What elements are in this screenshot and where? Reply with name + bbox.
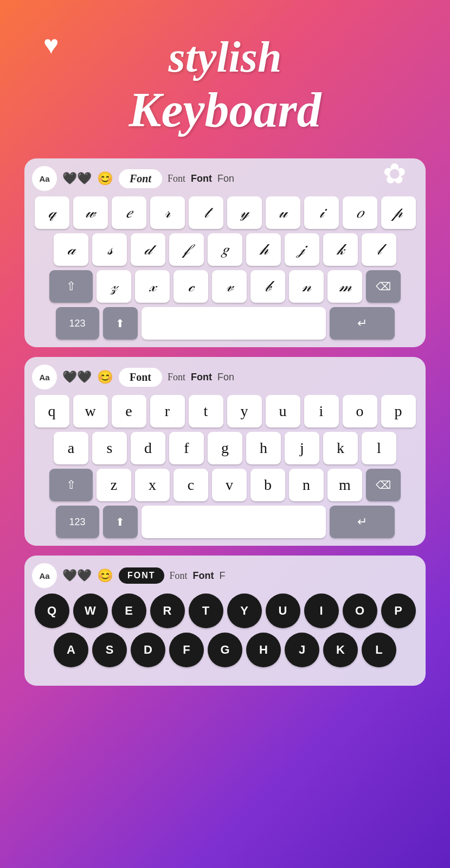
num-key-1[interactable]: 123 — [56, 307, 99, 340]
key2-i[interactable]: i — [304, 395, 339, 427]
key2-h[interactable]: h — [246, 432, 281, 464]
key-k[interactable]: 𝓀 — [323, 233, 358, 266]
key-i[interactable]: 𝒾 — [304, 196, 339, 229]
key-w[interactable]: 𝓌 — [73, 196, 108, 229]
num-key-2[interactable]: 123 — [56, 506, 99, 538]
key3-e[interactable]: E — [112, 593, 146, 628]
key-p[interactable]: 𝓅 — [381, 196, 416, 229]
key3-t[interactable]: T — [189, 593, 223, 628]
key2-r[interactable]: r — [150, 395, 185, 427]
font-label-3b[interactable]: Font — [193, 570, 214, 582]
key-j[interactable]: 𝒿 — [285, 233, 319, 266]
font-label-2a[interactable]: Font — [168, 372, 185, 383]
emoji-icon-3[interactable]: 😊 — [97, 568, 113, 583]
key3-o[interactable]: O — [343, 593, 377, 628]
key-y[interactable]: 𝓎 — [227, 196, 262, 229]
key2-f[interactable]: f — [169, 432, 204, 464]
aa-badge-1[interactable]: Aa — [32, 166, 57, 191]
font-active-btn-2[interactable]: Font — [119, 368, 162, 387]
key3-d[interactable]: D — [131, 633, 165, 667]
key-c[interactable]: 𝒸 — [173, 270, 208, 303]
key2-a[interactable]: a — [54, 432, 88, 464]
key3-q[interactable]: Q — [35, 593, 69, 628]
key2-o[interactable]: o — [343, 395, 377, 427]
hearts-icon-1[interactable]: 🖤🖤 — [62, 171, 92, 186]
key3-i[interactable]: I — [304, 593, 339, 628]
key2-w[interactable]: w — [73, 395, 108, 427]
key-d[interactable]: 𝒹 — [131, 233, 165, 266]
key2-k[interactable]: k — [323, 432, 358, 464]
key-l[interactable]: 𝓁 — [362, 233, 396, 266]
backspace-key-1[interactable]: ⌫ — [366, 270, 401, 303]
key2-s[interactable]: s — [92, 432, 127, 464]
key3-u[interactable]: U — [266, 593, 300, 628]
font-label-2c[interactable]: Fon — [217, 372, 234, 383]
enter-key-2[interactable]: ↵ — [330, 506, 395, 538]
key2-j[interactable]: j — [285, 432, 319, 464]
key2-y[interactable]: y — [227, 395, 262, 427]
key-e[interactable]: 𝑒 — [112, 196, 146, 229]
hearts-icon-3[interactable]: 🖤🖤 — [62, 569, 92, 583]
key3-j[interactable]: J — [285, 633, 319, 667]
key2-n[interactable]: n — [289, 469, 324, 501]
shift-key-1[interactable]: ⇧ — [49, 270, 93, 303]
share-key-2[interactable]: ⬆ — [103, 506, 138, 538]
key3-g[interactable]: G — [208, 633, 242, 667]
key-b[interactable]: 𝒷 — [250, 270, 285, 303]
key3-s[interactable]: S — [92, 633, 127, 667]
backspace-key-2[interactable]: ⌫ — [366, 469, 401, 501]
key2-p[interactable]: p — [381, 395, 416, 427]
font-label-3c[interactable]: F — [220, 570, 226, 582]
key2-l[interactable]: l — [362, 432, 396, 464]
key2-g[interactable]: g — [208, 432, 242, 464]
key-m[interactable]: 𝓂 — [327, 270, 362, 303]
key2-u[interactable]: u — [266, 395, 300, 427]
font-label-1b[interactable]: Font — [191, 173, 212, 184]
key3-l[interactable]: L — [362, 633, 396, 667]
key-a[interactable]: 𝒶 — [54, 233, 88, 266]
font-label-2b[interactable]: Font — [191, 372, 212, 383]
key-f[interactable]: 𝒻 — [169, 233, 204, 266]
space-key-2[interactable] — [142, 506, 326, 538]
key-s[interactable]: 𝓈 — [92, 233, 127, 266]
key2-v[interactable]: v — [212, 469, 247, 501]
key-n[interactable]: 𝓃 — [289, 270, 324, 303]
key3-r[interactable]: R — [150, 593, 185, 628]
key-r[interactable]: 𝓇 — [150, 196, 185, 229]
share-key-1[interactable]: ⬆ — [103, 307, 138, 340]
key-g[interactable]: 𝑔 — [208, 233, 242, 266]
key-h[interactable]: 𝒽 — [246, 233, 281, 266]
hearts-icon-2[interactable]: 🖤🖤 — [62, 370, 92, 384]
font-active-btn-3[interactable]: FONT — [119, 567, 164, 584]
emoji-icon-1[interactable]: 😊 — [97, 171, 113, 186]
shift-key-2[interactable]: ⇧ — [49, 469, 93, 501]
key2-q[interactable]: q — [35, 395, 69, 427]
space-key-1[interactable] — [142, 307, 326, 340]
font-active-btn-1[interactable]: Font — [119, 169, 162, 188]
key2-c[interactable]: c — [173, 469, 208, 501]
key-u[interactable]: 𝓊 — [266, 196, 300, 229]
key-z[interactable]: 𝓏 — [97, 270, 131, 303]
key3-y[interactable]: Y — [227, 593, 262, 628]
key-q[interactable]: 𝓆 — [35, 196, 69, 229]
key-t[interactable]: 𝓉 — [189, 196, 223, 229]
key-o[interactable]: 𝑜 — [343, 196, 377, 229]
key-x[interactable]: 𝓍 — [135, 270, 170, 303]
key3-a[interactable]: A — [54, 633, 88, 667]
key2-z[interactable]: z — [97, 469, 131, 501]
key2-t[interactable]: t — [189, 395, 223, 427]
aa-badge-2[interactable]: Aa — [32, 365, 57, 390]
key-v[interactable]: 𝓋 — [212, 270, 247, 303]
emoji-icon-2[interactable]: 😊 — [97, 369, 113, 385]
font-label-3a[interactable]: Font — [170, 570, 188, 582]
key2-d[interactable]: d — [131, 432, 165, 464]
key2-b[interactable]: b — [250, 469, 285, 501]
font-label-1a[interactable]: Font — [168, 173, 185, 184]
key2-x[interactable]: x — [135, 469, 170, 501]
key3-f[interactable]: F — [169, 633, 204, 667]
key2-e[interactable]: e — [112, 395, 146, 427]
key3-h[interactable]: H — [246, 633, 281, 667]
enter-key-1[interactable]: ↵ — [330, 307, 395, 340]
key3-k[interactable]: K — [323, 633, 358, 667]
key3-p[interactable]: P — [381, 593, 416, 628]
